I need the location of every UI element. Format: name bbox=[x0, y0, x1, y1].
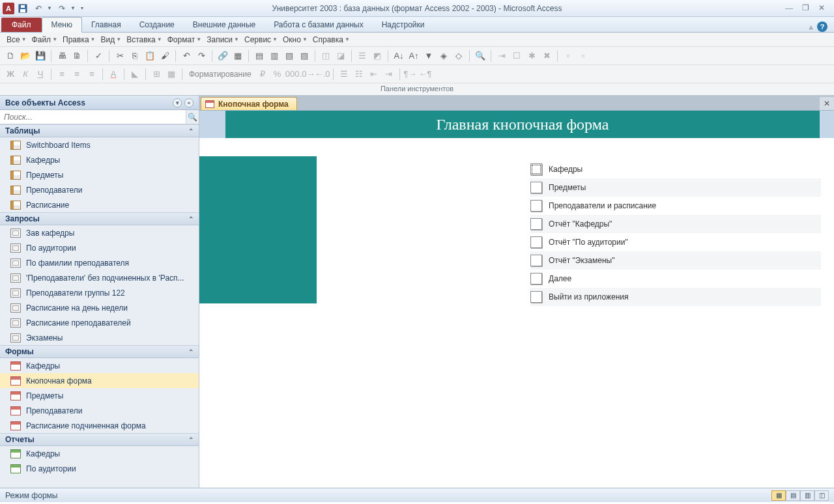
menu-window[interactable]: Окно▼ bbox=[280, 34, 310, 46]
nav-group-header[interactable]: Формы⌃ bbox=[0, 345, 199, 358]
undo-icon[interactable]: ↶ bbox=[180, 49, 193, 63]
redo-dropdown[interactable]: ▼ bbox=[70, 5, 77, 11]
nav-item[interactable]: Расписание на день недели bbox=[0, 300, 199, 315]
nav-filter-icon[interactable]: ▾ bbox=[173, 98, 182, 107]
nav-item[interactable]: Кафедры bbox=[0, 152, 199, 167]
menu-insert[interactable]: Вставка▼ bbox=[124, 34, 165, 46]
minimize-button[interactable]: — bbox=[785, 3, 793, 13]
format-painter-icon[interactable]: 🖌 bbox=[158, 49, 171, 63]
switchboard-button[interactable] bbox=[530, 255, 542, 266]
nav-item[interactable]: Расписание подчиненная форма bbox=[0, 418, 199, 433]
tab-menu[interactable]: Меню bbox=[42, 17, 82, 33]
nav-scroll[interactable]: Таблицы⌃Switchboard ItemsКафедрыПредметы… bbox=[0, 124, 199, 488]
menu-file[interactable]: Файл▼ bbox=[29, 34, 60, 46]
pivot-icon[interactable]: ▨ bbox=[298, 49, 311, 63]
undo-dropdown[interactable]: ▼ bbox=[47, 5, 53, 11]
redo-icon[interactable]: ↷ bbox=[195, 49, 208, 63]
print-icon[interactable]: 🖶 bbox=[55, 49, 68, 63]
nav-item[interactable]: Предметы bbox=[0, 167, 199, 182]
app-icon[interactable]: A bbox=[3, 3, 14, 14]
nav-item[interactable]: Switchboard Items bbox=[0, 137, 199, 152]
switchboard-button[interactable] bbox=[530, 218, 542, 230]
redo-button[interactable]: ↷ bbox=[55, 1, 69, 16]
tab-addins[interactable]: Надстройки bbox=[373, 18, 434, 32]
nav-header[interactable]: Все объекты Access ▾« bbox=[0, 96, 199, 110]
find-icon[interactable]: 🔍 bbox=[474, 49, 487, 63]
more2-icon[interactable]: ▫ bbox=[577, 49, 590, 63]
nav-item[interactable]: Преподаватели bbox=[0, 182, 199, 197]
search-icon[interactable]: 🔍 bbox=[186, 110, 199, 124]
nav-item[interactable]: Кнопочная форма bbox=[0, 373, 199, 388]
sort-desc-icon[interactable]: A↑ bbox=[407, 49, 420, 63]
help-icon[interactable]: ? bbox=[817, 21, 827, 32]
chart-icon[interactable]: ▧ bbox=[283, 49, 296, 63]
relations-icon[interactable]: ◫ bbox=[319, 49, 332, 63]
goto-icon[interactable]: ⇥ bbox=[495, 49, 508, 63]
datasheet-view-button[interactable]: ▤ bbox=[786, 490, 800, 501]
sort-asc-icon[interactable]: A↓ bbox=[392, 49, 405, 63]
filter-icon[interactable]: ▼ bbox=[422, 49, 435, 63]
switchboard-button[interactable] bbox=[530, 200, 542, 212]
layout-view-button[interactable]: ▥ bbox=[800, 490, 814, 501]
new-record-icon[interactable]: ✱ bbox=[525, 49, 538, 63]
qat-customize[interactable]: ▾ bbox=[81, 5, 87, 11]
tab-external[interactable]: Внешние данные bbox=[184, 18, 265, 32]
nav-item[interactable]: Расписание bbox=[0, 197, 199, 212]
code-icon[interactable]: ◩ bbox=[371, 49, 384, 63]
switchboard-button[interactable] bbox=[530, 291, 542, 303]
nav-item[interactable]: Преподаватели bbox=[0, 403, 199, 418]
nav-group-header[interactable]: Отчеты⌃ bbox=[0, 433, 199, 446]
menu-view[interactable]: Вид▼ bbox=[98, 34, 124, 46]
nav-item[interactable]: 'Преподаватели' без подчиненных в 'Расп.… bbox=[0, 270, 199, 285]
open-icon[interactable]: 📂 bbox=[19, 49, 32, 63]
nav-collapse-icon[interactable]: « bbox=[184, 98, 194, 107]
cut-icon[interactable]: ✂ bbox=[113, 49, 126, 63]
analyze-icon[interactable]: ◪ bbox=[334, 49, 347, 63]
close-button[interactable]: ✕ bbox=[818, 3, 825, 13]
nav-item[interactable]: Кафедры bbox=[0, 358, 199, 373]
nav-item[interactable]: Экзамены bbox=[0, 330, 199, 345]
print-preview-icon[interactable]: 🗎 bbox=[70, 49, 83, 63]
nav-group-header[interactable]: Запросы⌃ bbox=[0, 212, 199, 225]
menu-help[interactable]: Справка▼ bbox=[310, 34, 352, 46]
form-view-icon[interactable]: ▦ bbox=[231, 49, 244, 63]
tab-database-tools[interactable]: Работа с базами данных bbox=[265, 18, 372, 32]
menu-edit[interactable]: Правка▼ bbox=[60, 34, 98, 46]
search-input[interactable] bbox=[0, 110, 186, 124]
spelling-icon[interactable]: ✓ bbox=[92, 49, 105, 63]
hyperlink-icon[interactable]: 🔗 bbox=[216, 49, 229, 63]
tab-create[interactable]: Создание bbox=[130, 18, 184, 32]
subform-icon[interactable]: ▥ bbox=[268, 49, 281, 63]
select-icon[interactable]: ☐ bbox=[510, 49, 523, 63]
nav-item[interactable]: Зав кафедры bbox=[0, 225, 199, 240]
menu-format[interactable]: Формат▼ bbox=[165, 34, 205, 46]
undo-button[interactable]: ↶ bbox=[31, 1, 46, 16]
tab-home[interactable]: Главная bbox=[82, 18, 130, 32]
switchboard-button[interactable] bbox=[530, 273, 542, 285]
save-icon[interactable]: 💾 bbox=[34, 49, 47, 63]
nav-item[interactable]: Преподаватели группы 122 bbox=[0, 285, 199, 300]
form-view-button[interactable]: ▦ bbox=[771, 490, 786, 501]
close-document-button[interactable]: ✕ bbox=[820, 97, 834, 110]
menu-tools[interactable]: Сервис▼ bbox=[242, 34, 280, 46]
design-view-button[interactable]: ◫ bbox=[814, 490, 829, 501]
delete-record-icon[interactable]: ✖ bbox=[540, 49, 553, 63]
new-icon[interactable]: 🗋 bbox=[4, 49, 17, 63]
nav-group-header[interactable]: Таблицы⌃ bbox=[0, 124, 199, 137]
nav-item[interactable]: По аудитории bbox=[0, 240, 199, 255]
properties-icon[interactable]: ☰ bbox=[356, 49, 369, 63]
ribbon-toggle-icon[interactable]: ㅤ▵ bbox=[809, 22, 813, 32]
tab-file[interactable]: Файл bbox=[1, 18, 42, 32]
nav-item[interactable]: Расписание преподавателей bbox=[0, 315, 199, 330]
copy-icon[interactable]: ⎘ bbox=[128, 49, 141, 63]
new-object-icon[interactable]: ▤ bbox=[253, 49, 266, 63]
paste-icon[interactable]: 📋 bbox=[143, 49, 156, 63]
menu-records[interactable]: Записи▼ bbox=[204, 34, 242, 46]
nav-item[interactable]: По аудитории bbox=[0, 461, 199, 476]
nav-item[interactable]: По фамилии преподавателя bbox=[0, 255, 199, 270]
switchboard-button[interactable] bbox=[530, 163, 542, 175]
nav-item[interactable]: Кафедры bbox=[0, 446, 199, 461]
switchboard-button[interactable] bbox=[530, 236, 542, 248]
nav-item[interactable]: Предметы bbox=[0, 388, 199, 403]
document-tab[interactable]: Кнопочная форма bbox=[201, 97, 297, 110]
